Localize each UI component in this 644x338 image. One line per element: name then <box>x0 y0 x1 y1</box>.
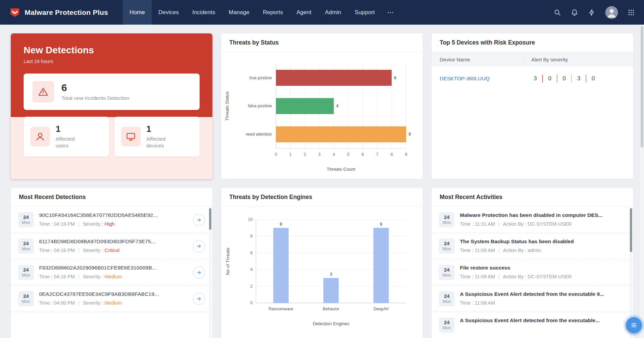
search-button[interactable] <box>553 8 561 17</box>
svg-text:1: 1 <box>289 152 292 157</box>
severity-counts: 3 0 0 3 0 <box>524 75 633 83</box>
svg-text:Detection Engines: Detection Engines <box>313 321 350 326</box>
activity-meta: Time : 11:31 AM|Action By : DC-SYSTEM-US… <box>460 221 620 227</box>
threats-by-engines-chart: 02468109Ransomware3Behavior9DeepAVDetect… <box>221 207 423 330</box>
detection-hash: 90C10FA54164C358EA707782DD5AE5485E92... <box>39 212 187 218</box>
activity-text: The System Backup Status has been disabl… <box>460 238 620 245</box>
total-incidents-label: Total new Incidents Detection <box>61 95 129 102</box>
date-badge: 24Mon <box>18 291 34 306</box>
severity-count: 3 <box>529 75 541 82</box>
activity-text: A Suspicious Event Alert detected from t… <box>460 317 620 323</box>
scrollbar-thumb[interactable] <box>630 208 632 252</box>
svg-text:9: 9 <box>405 152 407 157</box>
svg-text:Threats Count: Threats Count <box>327 167 355 172</box>
svg-text:need attention: need attention <box>245 132 272 137</box>
date-badge: 24Mon <box>439 212 455 227</box>
svg-text:5: 5 <box>347 152 349 157</box>
activity-text: File restore success <box>460 265 620 271</box>
arrow-right-icon <box>196 217 202 223</box>
open-detection-button[interactable] <box>193 293 205 305</box>
detection-hash: F832D686602A2029096B01CFE9E6E310009B... <box>39 265 187 271</box>
brand[interactable]: Malware Protection Plus <box>9 7 108 18</box>
date-badge: 24Mon <box>439 265 455 280</box>
notifications-button[interactable] <box>570 8 579 17</box>
svg-text:10: 10 <box>248 217 253 222</box>
arrow-right-icon <box>196 243 202 249</box>
detections-scrollbar[interactable] <box>209 208 211 338</box>
user-avatar[interactable] <box>605 6 618 19</box>
affected-users-card[interactable]: 1 Affected users <box>24 117 109 157</box>
nav-item-reports[interactable]: Reports <box>256 0 290 25</box>
affected-devices-label: Affected devices <box>146 136 177 149</box>
nav-item-devices[interactable]: Devices <box>152 0 185 25</box>
severity-divider <box>557 75 557 83</box>
arrow-right-icon <box>196 296 202 302</box>
activity-meta: Time : 11:09 AM|Action By : DC-SYSTEM-US… <box>460 274 620 279</box>
devices-table-header: Device Name Alert By severity <box>432 52 633 66</box>
nav-item-support[interactable]: Support <box>348 0 382 25</box>
nav-item-home[interactable]: Home <box>123 0 151 25</box>
main-nav: Home Devices Incidents Manage Reports Ag… <box>123 0 400 25</box>
recent-detections-card: Most Recent Detections 24Mon 90C10FA5416… <box>11 188 212 338</box>
affected-devices-card[interactable]: 1 Affected devices <box>114 117 200 157</box>
date-badge: 24Mon <box>18 265 34 280</box>
date-badge: 24Mon <box>18 238 34 254</box>
open-detection-button[interactable] <box>193 266 205 279</box>
detection-list-item: 24Mon 90C10FA54164C358EA707782DD5AE5485E… <box>11 207 212 233</box>
nav-item-manage[interactable]: Manage <box>222 0 256 25</box>
monitor-icon <box>121 127 141 146</box>
svg-text:Ransomware: Ransomware <box>269 307 293 311</box>
threats-by-engines-title: Threats by Detection Engines <box>229 194 415 201</box>
recent-detections-title: Most Recent Detections <box>19 194 204 201</box>
new-detections-title: New Detections <box>24 45 200 56</box>
activity-list-item: 24Mon A Suspicious Event Alert detected … <box>432 286 633 312</box>
svg-text:6: 6 <box>250 251 253 255</box>
scrollbar-thumb[interactable] <box>209 208 211 230</box>
menu-lines-icon <box>630 321 638 329</box>
severity-value: Critical <box>105 248 119 253</box>
quick-menu-fab[interactable] <box>626 317 642 333</box>
scrollbar-thumb[interactable] <box>641 26 643 147</box>
affected-users-value: 1 <box>56 124 87 134</box>
threats-by-status-chart: 0123456789true positive8false positive4n… <box>221 52 423 175</box>
detection-list-item: 24Mon F832D686602A2029096B01CFE9E6E31000… <box>11 259 212 286</box>
svg-text:2: 2 <box>250 284 253 289</box>
svg-text:true positive: true positive <box>250 76 272 80</box>
threats-by-status-header: Threats by Status <box>221 33 423 52</box>
svg-text:DeepAV: DeepAV <box>374 307 389 311</box>
device-link[interactable]: DESKTOP-360LUUQ <box>440 76 490 81</box>
search-icon <box>554 9 561 16</box>
nav-more-button[interactable] <box>381 0 400 25</box>
svg-text:2: 2 <box>304 152 306 157</box>
column-device-name: Device Name <box>432 57 524 62</box>
svg-text:Threats Status: Threats Status <box>225 91 230 121</box>
svg-text:9: 9 <box>380 222 382 227</box>
new-detections-card: New Detections Last 24 hours 6 Total new… <box>11 33 212 179</box>
device-row: DESKTOP-360LUUQ 3 0 0 3 0 <box>432 66 633 91</box>
svg-text:7: 7 <box>376 152 378 157</box>
total-incidents-card[interactable]: 6 Total new Incidents Detection <box>24 74 200 110</box>
detection-list-item: 24Mon 0EA2CDC43787EE50E34C9F9AB3DB8FABC1… <box>11 286 212 312</box>
recent-activities-card: Most Recent Activities 24Mon Malware Pro… <box>432 188 633 338</box>
svg-text:8: 8 <box>250 234 253 238</box>
page-scrollbar[interactable] <box>640 25 644 338</box>
open-detection-button[interactable] <box>193 214 205 226</box>
detection-stats: 1 Affected users 1 Affected devices <box>24 117 200 157</box>
top-devices-title: Top 5 Devices with Risk Exposure <box>440 39 625 46</box>
detection-hash: 61174BD98D8D08BA97D093D603FD5F73E75... <box>39 238 187 245</box>
more-menu-icon <box>387 9 394 16</box>
severity-divider <box>586 75 586 83</box>
activity-list-item: 24Mon File restore success Time : 11:09 … <box>432 259 633 286</box>
nav-item-agent[interactable]: Agent <box>290 0 318 25</box>
threats-by-status-card: Threats by Status 0123456789true positiv… <box>221 33 423 179</box>
apps-menu-button[interactable] <box>627 8 635 17</box>
svg-text:3: 3 <box>330 272 332 277</box>
svg-text:0: 0 <box>250 301 253 305</box>
nav-item-incidents[interactable]: Incidents <box>185 0 222 25</box>
open-detection-button[interactable] <box>193 240 205 252</box>
recent-activities-header: Most Recent Activities <box>432 188 633 207</box>
recent-detections-header: Most Recent Detections <box>11 188 212 207</box>
nav-item-admin[interactable]: Admin <box>318 0 348 25</box>
user-icon <box>30 127 50 146</box>
quick-launch-button[interactable] <box>588 8 596 17</box>
